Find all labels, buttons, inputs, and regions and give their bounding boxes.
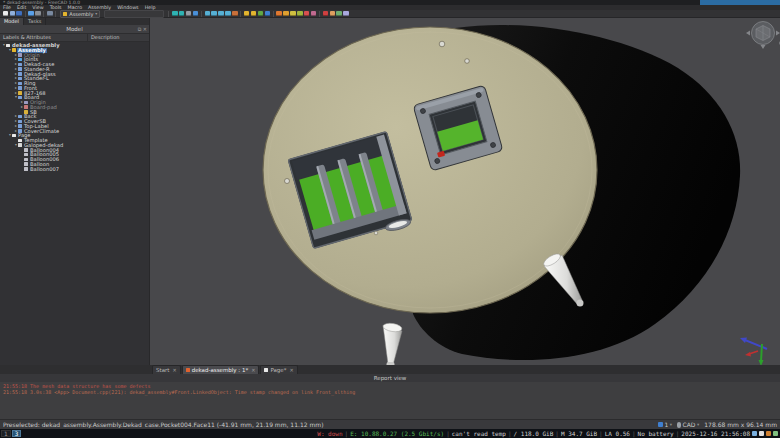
page-selector[interactable]: 1 ▾ — [658, 421, 672, 428]
tree-item-icon — [18, 120, 22, 124]
toolbar-separator — [168, 11, 169, 17]
tree-item-icon — [24, 101, 28, 105]
workspace-button-1[interactable]: 1 — [1, 430, 11, 437]
joint-slider-icon[interactable] — [297, 11, 303, 17]
column-description[interactable]: Description — [88, 34, 149, 41]
input-method-tray-icon[interactable] — [773, 431, 778, 436]
part-selector-combo[interactable] — [104, 10, 164, 18]
network-tray-icon[interactable] — [752, 431, 757, 436]
segment-separator: | — [599, 430, 603, 437]
toolbar-separator — [273, 11, 274, 17]
assembly-workbench-icon — [63, 12, 67, 16]
tree-item-icon — [18, 143, 22, 147]
insert-component-icon[interactable] — [251, 11, 257, 17]
fit-all-icon[interactable] — [172, 11, 178, 17]
measure-icon[interactable] — [232, 11, 238, 17]
undo-icon[interactable] — [28, 11, 34, 17]
doc-tab-start[interactable]: Start✕ — [152, 365, 181, 374]
solve-assembly-icon[interactable] — [258, 11, 264, 17]
toolbar-separator — [201, 11, 202, 17]
doc-tab-label: Page* — [270, 367, 286, 373]
tab-tasks[interactable]: Tasks — [24, 18, 46, 25]
tree-item-icon — [18, 86, 22, 90]
3d-viewport[interactable] — [150, 18, 780, 365]
screw-hole[interactable] — [439, 41, 445, 47]
doc-tab-dekad-assembly[interactable]: dekad-assembly : 1*✕ — [182, 365, 260, 374]
status-segment: M 34.7 GiB — [561, 430, 597, 437]
save-document-icon[interactable] — [16, 11, 22, 17]
status-segment: can't read temp — [452, 430, 506, 437]
tree-item-icon — [18, 58, 22, 62]
mouse-icon — [677, 422, 681, 428]
status-segment: No battery — [638, 430, 674, 437]
workspace-buttons: 13 — [0, 430, 21, 437]
report-view-title: Report view — [0, 374, 780, 382]
tree-item-icon — [24, 105, 28, 109]
zoom-selection-icon[interactable] — [179, 11, 185, 17]
joint-cylindrical-icon[interactable] — [290, 11, 296, 17]
tree-item-label: Balloon007 — [29, 167, 60, 172]
toggle-grounded-icon[interactable] — [323, 11, 329, 17]
exploded-view-icon[interactable] — [330, 11, 336, 17]
tree-item-icon — [24, 162, 28, 166]
tree-item-icon — [18, 77, 22, 81]
tree-item-balloon007[interactable]: Balloon007 — [0, 167, 149, 172]
column-labels-attributes[interactable]: Labels & Attributes — [0, 34, 88, 41]
tab-model[interactable]: Model — [0, 18, 24, 25]
new-part-icon[interactable] — [265, 11, 271, 17]
document-tab-bar: Start✕dekad-assembly : 1*✕Page*✕ — [0, 365, 780, 374]
joint-fixed-icon[interactable] — [276, 11, 282, 17]
status-segment: / 118.0 GiB — [514, 430, 554, 437]
insert-fastener-icon[interactable] — [343, 11, 349, 17]
bill-of-materials-icon[interactable] — [336, 11, 342, 17]
chevron-down-icon: ▾ — [95, 11, 97, 16]
draw-style-icon[interactable] — [186, 11, 192, 17]
tree-item-icon — [18, 91, 22, 95]
tree-item-icon — [18, 139, 22, 143]
screw-hole[interactable] — [465, 59, 470, 64]
refresh-icon[interactable] — [47, 11, 53, 17]
combo-view-panel: ModelTasks Model ⧉ ✕ Labels & Attributes… — [0, 18, 150, 365]
tree-item-icon — [24, 158, 28, 162]
doc-tab-label: Start — [156, 367, 169, 373]
sync-selection-icon[interactable] — [193, 11, 199, 17]
status-bar: Preselected: dekad_assembly.Assembly.Dek… — [0, 419, 780, 429]
screw-hole[interactable] — [285, 179, 290, 184]
preselection-info: Preselected: dekad_assembly.Assembly.Dek… — [3, 421, 653, 428]
navigation-style-selector[interactable]: CAD ▾ — [677, 421, 699, 428]
workbench-selector[interactable]: Assembly▾ — [60, 10, 100, 18]
front-view-icon[interactable] — [211, 11, 217, 17]
tree-item-icon — [18, 72, 22, 76]
doc-tab-page*[interactable]: Page*✕ — [260, 365, 297, 374]
joint-distance-icon[interactable] — [311, 11, 317, 17]
close-icon[interactable]: ✕ — [251, 367, 255, 373]
panel-window-buttons[interactable]: ⧉ ✕ — [138, 25, 147, 33]
tree-item-icon — [18, 63, 22, 67]
open-document-icon[interactable] — [10, 11, 16, 17]
notification-tray-icon[interactable] — [766, 431, 771, 436]
tree-item-icon — [18, 67, 22, 71]
top-view-icon[interactable] — [218, 11, 224, 17]
tree-item-icon — [18, 124, 22, 128]
close-icon[interactable]: ✕ — [289, 367, 293, 373]
report-message: 21:55:18 3.0s:38 <App> Document.cpp(221)… — [3, 389, 777, 395]
joint-revolute-icon[interactable] — [283, 11, 289, 17]
report-view-messages[interactable]: 21:55:18 The mesh data structure has som… — [0, 382, 780, 396]
dimension-readout: 178.68 mm x 96.14 mm — [704, 421, 777, 428]
redo-icon[interactable] — [35, 11, 41, 17]
segment-separator: | — [632, 430, 636, 437]
segment-separator: | — [555, 430, 559, 437]
workspace-button-3[interactable]: 3 — [12, 430, 22, 437]
right-view-icon[interactable] — [225, 11, 231, 17]
small-hole — [374, 231, 378, 235]
page-icon — [658, 422, 663, 427]
close-icon[interactable]: ✕ — [172, 367, 176, 373]
joint-ball-icon[interactable] — [304, 11, 310, 17]
new-document-icon[interactable] — [3, 11, 9, 17]
report-view: Report view 21:55:18 The mesh data struc… — [0, 374, 780, 419]
volume-tray-icon[interactable] — [759, 431, 764, 436]
status-segment: E: 10.88.0.27 (2.5 Gbit/s) — [350, 430, 444, 437]
isometric-view-icon[interactable] — [205, 11, 211, 17]
create-assembly-icon[interactable] — [244, 11, 250, 17]
toolbar-separator — [25, 11, 26, 17]
